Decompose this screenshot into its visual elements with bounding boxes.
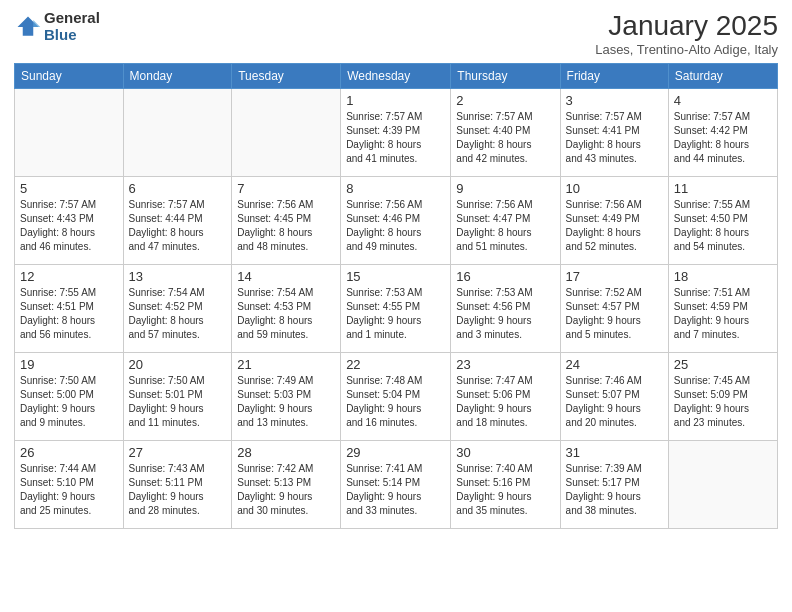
day-detail: Sunrise: 7:57 AM Sunset: 4:41 PM Dayligh… <box>566 110 663 166</box>
day-number: 21 <box>237 357 335 372</box>
logo-blue-label: Blue <box>44 27 100 44</box>
day-detail: Sunrise: 7:45 AM Sunset: 5:09 PM Dayligh… <box>674 374 772 430</box>
calendar-cell: 17Sunrise: 7:52 AM Sunset: 4:57 PM Dayli… <box>560 265 668 353</box>
day-number: 27 <box>129 445 227 460</box>
day-detail: Sunrise: 7:53 AM Sunset: 4:55 PM Dayligh… <box>346 286 445 342</box>
day-number: 28 <box>237 445 335 460</box>
day-detail: Sunrise: 7:48 AM Sunset: 5:04 PM Dayligh… <box>346 374 445 430</box>
calendar-cell: 12Sunrise: 7:55 AM Sunset: 4:51 PM Dayli… <box>15 265 124 353</box>
calendar-cell: 11Sunrise: 7:55 AM Sunset: 4:50 PM Dayli… <box>668 177 777 265</box>
day-detail: Sunrise: 7:55 AM Sunset: 4:50 PM Dayligh… <box>674 198 772 254</box>
logo-text: General Blue <box>44 10 100 43</box>
calendar-cell: 29Sunrise: 7:41 AM Sunset: 5:14 PM Dayli… <box>341 441 451 529</box>
day-detail: Sunrise: 7:39 AM Sunset: 5:17 PM Dayligh… <box>566 462 663 518</box>
weekday-header-friday: Friday <box>560 64 668 89</box>
calendar-cell: 19Sunrise: 7:50 AM Sunset: 5:00 PM Dayli… <box>15 353 124 441</box>
day-number: 4 <box>674 93 772 108</box>
day-number: 2 <box>456 93 554 108</box>
day-detail: Sunrise: 7:56 AM Sunset: 4:47 PM Dayligh… <box>456 198 554 254</box>
calendar-cell: 24Sunrise: 7:46 AM Sunset: 5:07 PM Dayli… <box>560 353 668 441</box>
day-number: 26 <box>20 445 118 460</box>
weekday-header-sunday: Sunday <box>15 64 124 89</box>
day-detail: Sunrise: 7:44 AM Sunset: 5:10 PM Dayligh… <box>20 462 118 518</box>
calendar-cell: 3Sunrise: 7:57 AM Sunset: 4:41 PM Daylig… <box>560 89 668 177</box>
calendar-cell: 14Sunrise: 7:54 AM Sunset: 4:53 PM Dayli… <box>232 265 341 353</box>
day-number: 6 <box>129 181 227 196</box>
svg-marker-1 <box>33 20 40 27</box>
day-number: 3 <box>566 93 663 108</box>
day-number: 8 <box>346 181 445 196</box>
logo-icon <box>14 13 42 41</box>
day-number: 9 <box>456 181 554 196</box>
day-number: 16 <box>456 269 554 284</box>
day-detail: Sunrise: 7:50 AM Sunset: 5:01 PM Dayligh… <box>129 374 227 430</box>
calendar-cell: 30Sunrise: 7:40 AM Sunset: 5:16 PM Dayli… <box>451 441 560 529</box>
calendar-cell: 15Sunrise: 7:53 AM Sunset: 4:55 PM Dayli… <box>341 265 451 353</box>
day-number: 31 <box>566 445 663 460</box>
calendar-cell: 2Sunrise: 7:57 AM Sunset: 4:40 PM Daylig… <box>451 89 560 177</box>
calendar-cell: 18Sunrise: 7:51 AM Sunset: 4:59 PM Dayli… <box>668 265 777 353</box>
calendar-cell: 4Sunrise: 7:57 AM Sunset: 4:42 PM Daylig… <box>668 89 777 177</box>
calendar-cell: 25Sunrise: 7:45 AM Sunset: 5:09 PM Dayli… <box>668 353 777 441</box>
day-number: 29 <box>346 445 445 460</box>
calendar-cell <box>668 441 777 529</box>
day-detail: Sunrise: 7:54 AM Sunset: 4:53 PM Dayligh… <box>237 286 335 342</box>
day-detail: Sunrise: 7:57 AM Sunset: 4:44 PM Dayligh… <box>129 198 227 254</box>
day-detail: Sunrise: 7:49 AM Sunset: 5:03 PM Dayligh… <box>237 374 335 430</box>
day-number: 7 <box>237 181 335 196</box>
day-detail: Sunrise: 7:40 AM Sunset: 5:16 PM Dayligh… <box>456 462 554 518</box>
weekday-header-wednesday: Wednesday <box>341 64 451 89</box>
weekday-header-monday: Monday <box>123 64 232 89</box>
day-detail: Sunrise: 7:54 AM Sunset: 4:52 PM Dayligh… <box>129 286 227 342</box>
day-number: 11 <box>674 181 772 196</box>
day-number: 15 <box>346 269 445 284</box>
day-number: 1 <box>346 93 445 108</box>
day-detail: Sunrise: 7:51 AM Sunset: 4:59 PM Dayligh… <box>674 286 772 342</box>
calendar-cell: 28Sunrise: 7:42 AM Sunset: 5:13 PM Dayli… <box>232 441 341 529</box>
day-detail: Sunrise: 7:57 AM Sunset: 4:40 PM Dayligh… <box>456 110 554 166</box>
calendar-cell <box>123 89 232 177</box>
calendar-cell: 8Sunrise: 7:56 AM Sunset: 4:46 PM Daylig… <box>341 177 451 265</box>
calendar-cell: 20Sunrise: 7:50 AM Sunset: 5:01 PM Dayli… <box>123 353 232 441</box>
week-row-5: 26Sunrise: 7:44 AM Sunset: 5:10 PM Dayli… <box>15 441 778 529</box>
day-detail: Sunrise: 7:57 AM Sunset: 4:42 PM Dayligh… <box>674 110 772 166</box>
day-number: 18 <box>674 269 772 284</box>
week-row-3: 12Sunrise: 7:55 AM Sunset: 4:51 PM Dayli… <box>15 265 778 353</box>
week-row-1: 1Sunrise: 7:57 AM Sunset: 4:39 PM Daylig… <box>15 89 778 177</box>
calendar-cell: 5Sunrise: 7:57 AM Sunset: 4:43 PM Daylig… <box>15 177 124 265</box>
calendar-cell: 9Sunrise: 7:56 AM Sunset: 4:47 PM Daylig… <box>451 177 560 265</box>
weekday-header-tuesday: Tuesday <box>232 64 341 89</box>
week-row-4: 19Sunrise: 7:50 AM Sunset: 5:00 PM Dayli… <box>15 353 778 441</box>
weekday-header-thursday: Thursday <box>451 64 560 89</box>
title-block: January 2025 Lases, Trentino-Alto Adige,… <box>595 10 778 57</box>
day-number: 25 <box>674 357 772 372</box>
day-detail: Sunrise: 7:47 AM Sunset: 5:06 PM Dayligh… <box>456 374 554 430</box>
day-detail: Sunrise: 7:41 AM Sunset: 5:14 PM Dayligh… <box>346 462 445 518</box>
page: General Blue January 2025 Lases, Trentin… <box>0 0 792 543</box>
week-row-2: 5Sunrise: 7:57 AM Sunset: 4:43 PM Daylig… <box>15 177 778 265</box>
weekday-header-row: SundayMondayTuesdayWednesdayThursdayFrid… <box>15 64 778 89</box>
calendar-cell <box>15 89 124 177</box>
day-detail: Sunrise: 7:53 AM Sunset: 4:56 PM Dayligh… <box>456 286 554 342</box>
day-detail: Sunrise: 7:56 AM Sunset: 4:46 PM Dayligh… <box>346 198 445 254</box>
header: General Blue January 2025 Lases, Trentin… <box>14 10 778 57</box>
day-detail: Sunrise: 7:43 AM Sunset: 5:11 PM Dayligh… <box>129 462 227 518</box>
day-number: 14 <box>237 269 335 284</box>
day-number: 13 <box>129 269 227 284</box>
calendar-cell: 21Sunrise: 7:49 AM Sunset: 5:03 PM Dayli… <box>232 353 341 441</box>
day-number: 30 <box>456 445 554 460</box>
day-number: 24 <box>566 357 663 372</box>
calendar-cell: 13Sunrise: 7:54 AM Sunset: 4:52 PM Dayli… <box>123 265 232 353</box>
calendar-cell: 6Sunrise: 7:57 AM Sunset: 4:44 PM Daylig… <box>123 177 232 265</box>
calendar-table: SundayMondayTuesdayWednesdayThursdayFrid… <box>14 63 778 529</box>
month-title: January 2025 <box>595 10 778 42</box>
calendar-cell: 26Sunrise: 7:44 AM Sunset: 5:10 PM Dayli… <box>15 441 124 529</box>
calendar-cell: 16Sunrise: 7:53 AM Sunset: 4:56 PM Dayli… <box>451 265 560 353</box>
day-number: 20 <box>129 357 227 372</box>
calendar-cell: 22Sunrise: 7:48 AM Sunset: 5:04 PM Dayli… <box>341 353 451 441</box>
day-detail: Sunrise: 7:55 AM Sunset: 4:51 PM Dayligh… <box>20 286 118 342</box>
day-number: 17 <box>566 269 663 284</box>
calendar-cell: 27Sunrise: 7:43 AM Sunset: 5:11 PM Dayli… <box>123 441 232 529</box>
day-detail: Sunrise: 7:46 AM Sunset: 5:07 PM Dayligh… <box>566 374 663 430</box>
day-detail: Sunrise: 7:50 AM Sunset: 5:00 PM Dayligh… <box>20 374 118 430</box>
